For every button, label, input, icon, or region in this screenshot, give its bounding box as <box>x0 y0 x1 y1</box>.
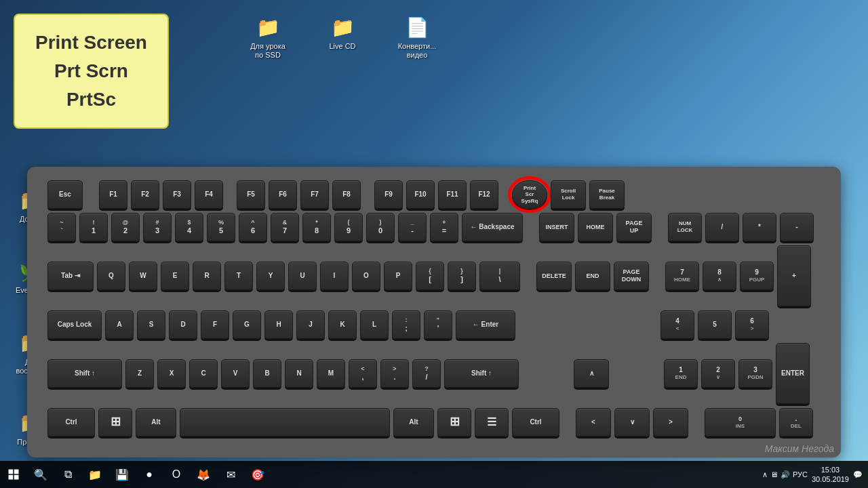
key-backslash[interactable]: |\ <box>479 262 520 290</box>
key-num6[interactable]: 6> <box>735 310 769 339</box>
key-f6[interactable]: F6 <box>269 180 297 209</box>
key-numpad-minus[interactable]: - <box>780 213 814 241</box>
key-home[interactable]: HOME <box>578 213 613 241</box>
opera-button[interactable]: O <box>163 461 190 488</box>
key-enter[interactable]: ← Enter <box>456 310 515 339</box>
key-f11[interactable]: F11 <box>438 180 467 209</box>
volume-icon[interactable]: 🔊 <box>781 470 790 479</box>
key-3[interactable]: #3 <box>143 213 172 241</box>
key-rightbracket[interactable]: }] <box>448 262 476 290</box>
key-equals[interactable]: += <box>430 213 458 241</box>
key-arrow-left[interactable]: < <box>576 408 611 436</box>
desktop-icon-livecd[interactable]: 📁 Live CD <box>319 14 366 60</box>
key-quote[interactable]: "' <box>424 310 452 339</box>
key-6[interactable]: ^6 <box>239 213 267 241</box>
key-q[interactable]: Q <box>97 262 125 290</box>
lang-indicator[interactable]: РУС <box>793 470 808 479</box>
key-num8[interactable]: 8∧ <box>703 262 736 290</box>
key-backspace[interactable]: ← Backspace <box>462 213 523 241</box>
key-w[interactable]: W <box>129 262 157 290</box>
key-ctrl-left[interactable]: Ctrl <box>47 408 95 436</box>
desktop-icon-video[interactable]: 📄 Конверти...видео <box>393 14 441 60</box>
app-icon[interactable]: 🎯 <box>244 461 271 488</box>
key-f1[interactable]: F1 <box>99 180 127 209</box>
key-minus[interactable]: _- <box>398 213 427 241</box>
key-numdot[interactable]: .DEL <box>779 408 813 436</box>
key-2[interactable]: @2 <box>111 213 140 241</box>
key-i[interactable]: I <box>320 262 349 290</box>
key-d[interactable]: D <box>169 310 197 339</box>
task-view-button[interactable]: ⧉ <box>54 461 81 488</box>
key-printscreen[interactable]: PrintScrSysRq <box>512 180 547 209</box>
key-period[interactable]: >. <box>380 359 409 388</box>
key-f9[interactable]: F9 <box>374 180 403 209</box>
key-r[interactable]: R <box>193 262 221 290</box>
key-a[interactable]: A <box>105 310 134 339</box>
key-b[interactable]: B <box>253 359 281 388</box>
file-explorer-button[interactable]: 📁 <box>81 461 108 488</box>
save-button[interactable]: 💾 <box>108 461 136 488</box>
key-alt-right[interactable]: Alt <box>393 408 434 436</box>
chrome-button[interactable]: ● <box>136 461 163 488</box>
key-numpad-slash[interactable]: / <box>705 213 739 241</box>
key-pageup[interactable]: PAGEUP <box>616 213 652 241</box>
key-s[interactable]: S <box>137 310 165 339</box>
key-f5[interactable]: F5 <box>237 180 265 209</box>
key-f[interactable]: F <box>201 310 229 339</box>
key-tilde[interactable]: ~` <box>47 213 76 241</box>
key-h[interactable]: H <box>264 310 293 339</box>
key-9[interactable]: (9 <box>334 213 363 241</box>
mail-button[interactable]: ✉ <box>217 461 244 488</box>
key-esc[interactable]: Esc <box>47 180 83 209</box>
key-shift-right[interactable]: Shift ↑ <box>444 359 519 388</box>
key-win-left[interactable]: ⊞ <box>98 408 132 436</box>
key-n[interactable]: N <box>285 359 313 388</box>
key-end[interactable]: END <box>575 262 610 290</box>
key-p[interactable]: P <box>384 262 412 290</box>
key-f3[interactable]: F3 <box>163 180 191 209</box>
key-x[interactable]: X <box>157 359 186 388</box>
key-4[interactable]: $4 <box>175 213 203 241</box>
key-slash[interactable]: ?/ <box>412 359 441 388</box>
key-semicolon[interactable]: :; <box>392 310 420 339</box>
key-num1[interactable]: 1END <box>664 359 698 388</box>
key-num7[interactable]: 7HOME <box>665 262 699 290</box>
key-m[interactable]: M <box>317 359 345 388</box>
key-arrow-up[interactable]: ∧ <box>574 359 609 388</box>
notification-icon[interactable]: 💬 <box>853 470 863 479</box>
key-f7[interactable]: F7 <box>300 180 329 209</box>
start-button[interactable] <box>0 461 27 488</box>
key-num2[interactable]: 2∨ <box>701 359 735 388</box>
key-num3[interactable]: 3PGDN <box>738 359 772 388</box>
key-pagedown[interactable]: PAGEDOWN <box>614 262 649 290</box>
key-num0[interactable]: 0INS <box>705 408 776 436</box>
key-pause[interactable]: PauseBreak <box>589 180 625 209</box>
key-f8[interactable]: F8 <box>332 180 361 209</box>
key-v[interactable]: V <box>221 359 250 388</box>
key-l[interactable]: L <box>360 310 389 339</box>
key-leftbracket[interactable]: {[ <box>416 262 444 290</box>
key-j[interactable]: J <box>296 310 325 339</box>
key-f2[interactable]: F2 <box>131 180 159 209</box>
search-button[interactable]: 🔍 <box>27 461 54 488</box>
key-t[interactable]: T <box>224 262 253 290</box>
key-c[interactable]: C <box>189 359 218 388</box>
key-z[interactable]: Z <box>125 359 154 388</box>
key-g[interactable]: G <box>233 310 261 339</box>
key-space[interactable] <box>180 408 390 436</box>
key-5[interactable]: %5 <box>207 213 235 241</box>
firefox-button[interactable]: 🦊 <box>190 461 217 488</box>
key-arrow-down[interactable]: ∨ <box>614 408 650 436</box>
key-win-right[interactable]: ⊞ <box>437 408 471 436</box>
key-numpad-enter[interactable]: ENTER <box>776 343 810 404</box>
key-o[interactable]: O <box>352 262 380 290</box>
tray-up-icon[interactable]: ∧ <box>762 470 768 479</box>
key-f10[interactable]: F10 <box>406 180 435 209</box>
taskbar-clock[interactable]: 15:03 30.05.2019 <box>812 465 849 485</box>
key-f4[interactable]: F4 <box>195 180 223 209</box>
key-menu[interactable]: ☰ <box>475 408 509 436</box>
key-numlock[interactable]: NUMLOCK <box>668 213 702 241</box>
key-u[interactable]: U <box>288 262 317 290</box>
key-f12[interactable]: F12 <box>470 180 498 209</box>
key-comma[interactable]: <, <box>349 359 377 388</box>
